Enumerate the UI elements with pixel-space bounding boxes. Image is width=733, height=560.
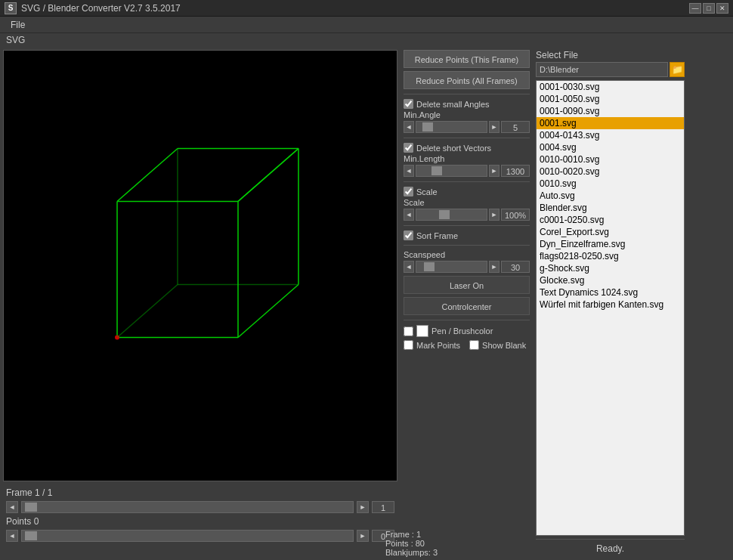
file-folder-button[interactable]: 📁	[670, 62, 685, 77]
scale-value: 100%	[501, 209, 530, 221]
file-list[interactable]: 0001-0030.svg0001-0050.svg0001-0090.svg0…	[536, 80, 685, 536]
scanspeed-left[interactable]: ◄	[404, 261, 414, 273]
min-angle-right[interactable]: ►	[489, 121, 499, 133]
separator-3	[404, 181, 530, 182]
file-list-item[interactable]: Würfel mit farbigen Kanten.svg	[537, 299, 684, 311]
controlcenter-button[interactable]: Controlcenter	[404, 297, 530, 315]
scale-checkbox-label: Scale	[416, 187, 438, 196]
points-slider-right[interactable]: ►	[357, 530, 369, 542]
viewport	[3, 50, 397, 481]
sort-section: Sort Frame	[404, 230, 530, 240]
close-button[interactable]: ✕	[716, 3, 728, 14]
scanspeed-track[interactable]	[416, 261, 487, 273]
file-list-item[interactable]: Auto.svg	[537, 190, 684, 202]
min-angle-label: Min.Angle	[404, 110, 530, 119]
maximize-button[interactable]: □	[703, 3, 715, 14]
titlebar: S SVG / Blender Converter V2.7 3.5.2017 …	[0, 0, 733, 17]
reduce-this-frame-button[interactable]: Reduce Points (This Frame)	[404, 50, 530, 68]
min-length-slider-row: ◄ ► 1300	[404, 165, 530, 177]
pen-color-box	[416, 325, 428, 337]
file-list-item[interactable]: 0001-0050.svg	[537, 93, 684, 105]
svg-line-4	[117, 149, 178, 202]
file-list-item[interactable]: 0001-0030.svg	[537, 81, 684, 93]
controls-panel: Reduce Points (This Frame) Reduce Points…	[401, 47, 533, 560]
scale-right[interactable]: ►	[489, 209, 499, 221]
min-length-track[interactable]	[416, 165, 487, 177]
scale-label: Scale	[404, 198, 530, 207]
frame-slider-right[interactable]: ►	[357, 501, 369, 513]
points-slider-left[interactable]: ◄	[6, 530, 18, 542]
show-blank-label: Show Blank	[482, 341, 526, 350]
file-list-item[interactable]: 0010-0010.svg	[537, 153, 684, 166]
sort-frame-checkbox[interactable]	[404, 230, 413, 240]
pen-brushcolor-label: Pen / Brushcolor	[431, 326, 493, 336]
min-angle-thumb	[422, 122, 433, 131]
file-list-item[interactable]: flags0218-0250.svg	[537, 250, 684, 262]
min-length-right[interactable]: ►	[489, 165, 499, 177]
scale-checkbox[interactable]	[404, 187, 413, 196]
file-list-item[interactable]: 0004-0143.svg	[537, 129, 684, 141]
separator-6	[404, 320, 530, 320]
mark-points-row: Mark Points Show Blank	[404, 340, 530, 350]
file-list-item[interactable]: c0001-0250.svg	[537, 214, 684, 226]
delete-angles-row: Delete small Angles	[404, 99, 530, 109]
minimize-button[interactable]: —	[689, 3, 701, 14]
file-list-item[interactable]: 0004.svg	[537, 141, 684, 153]
menu-file[interactable]: File	[5, 18, 31, 32]
min-length-value: 1300	[501, 165, 530, 177]
delete-angles-checkbox[interactable]	[404, 99, 413, 109]
pen-brushcolor-checkbox[interactable]	[404, 326, 413, 336]
file-list-item[interactable]: 0010.svg	[537, 178, 684, 190]
scale-left[interactable]: ◄	[404, 209, 414, 221]
points-label: Points 0	[6, 516, 394, 527]
frame-label: Frame 1 / 1	[6, 487, 394, 498]
reduce-all-frames-button[interactable]: Reduce Points (All Frames)	[404, 71, 530, 89]
file-list-item[interactable]: Corel_Export.svg	[537, 226, 684, 238]
scanspeed-value: 30	[501, 261, 530, 273]
mark-points-checkbox[interactable]	[404, 340, 413, 350]
delete-vectors-checkbox[interactable]	[404, 143, 413, 153]
min-length-thumb	[431, 166, 442, 175]
laser-on-button[interactable]: Laser On	[404, 276, 530, 294]
file-list-item[interactable]: Text Dynamics 1024.svg	[537, 286, 684, 299]
scale-slider-row: ◄ ► 100%	[404, 209, 530, 221]
separator-2	[404, 138, 530, 138]
min-angle-track[interactable]	[416, 121, 487, 133]
scanspeed-right[interactable]: ►	[489, 261, 499, 273]
points-slider-track[interactable]	[21, 530, 354, 542]
scanspeed-thumb	[424, 262, 435, 271]
min-angle-left[interactable]: ◄	[404, 121, 414, 133]
file-list-item[interactable]: 0001.svg	[537, 117, 684, 129]
app-title: SVG / Blender Converter V2.7 3.5.2017	[21, 3, 181, 14]
min-length-label: Min.Length	[404, 154, 530, 163]
min-length-left[interactable]: ◄	[404, 165, 414, 177]
file-panel: Select File 📁 0001-0030.svg0001-0050.svg…	[533, 47, 688, 560]
cube-svg	[4, 51, 397, 481]
delete-angles-section: Delete small Angles Min.Angle ◄ ► 5	[404, 99, 530, 133]
file-list-item[interactable]: Dyn_Einzelframe.svg	[537, 238, 684, 250]
file-list-item[interactable]: g-Shock.svg	[537, 262, 684, 274]
pen-brushcolor-row: Pen / Brushcolor	[404, 325, 530, 337]
status-blankjumps: Blankjumps: 3	[385, 548, 438, 557]
mark-points-label: Mark Points	[416, 341, 460, 350]
file-list-item[interactable]: 0010-0020.svg	[537, 166, 684, 178]
frame-slider-thumb	[25, 503, 37, 512]
file-list-item[interactable]: 0001-0090.svg	[537, 105, 684, 117]
separator-5	[404, 245, 530, 246]
svg-line-7	[238, 149, 298, 202]
frame-slider-track[interactable]	[21, 501, 354, 513]
show-blank-checkbox[interactable]	[469, 340, 479, 350]
min-angle-value: 5	[501, 121, 530, 133]
delete-vectors-row: Delete short Vectors	[404, 143, 530, 153]
file-list-item[interactable]: Blender.svg	[537, 202, 684, 214]
titlebar-controls[interactable]: — □ ✕	[689, 3, 728, 14]
file-list-item[interactable]: Glocke.svg	[537, 274, 684, 286]
scanspeed-slider-row: ◄ ► 30	[404, 261, 530, 273]
scale-track[interactable]	[416, 209, 487, 221]
frame-slider-left[interactable]: ◄	[6, 501, 18, 513]
delete-vectors-section: Delete short Vectors Min.Length ◄ ► 1300	[404, 143, 530, 177]
scanspeed-section: Scanspeed ◄ ► 30	[404, 250, 530, 273]
delete-vectors-label: Delete short Vectors	[416, 144, 491, 153]
file-path-input[interactable]	[536, 62, 668, 77]
separator-1	[404, 94, 530, 94]
